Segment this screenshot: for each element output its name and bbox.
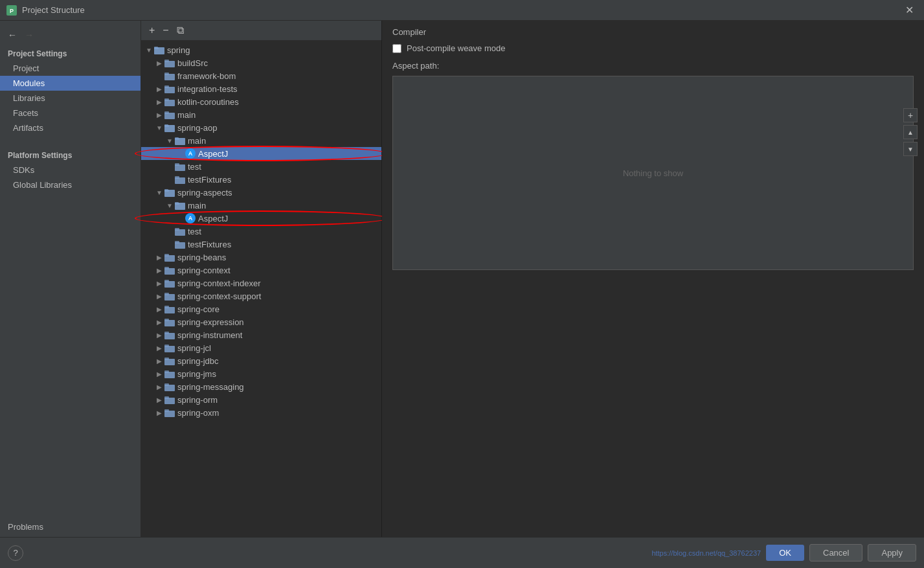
tree-item[interactable]: ▶ buildSrc bbox=[141, 56, 381, 69]
svg-rect-32 bbox=[175, 228, 179, 231]
tree-item[interactable]: AAspectJ bbox=[141, 212, 381, 225]
tree-item[interactable]: ▼ spring-aop bbox=[141, 121, 381, 134]
ok-button[interactable]: OK bbox=[766, 545, 804, 561]
back-button[interactable]: ← bbox=[5, 28, 19, 41]
folder-icon bbox=[164, 71, 175, 81]
tree-item[interactable]: ▶ spring-jms bbox=[141, 367, 381, 380]
svg-rect-12 bbox=[164, 98, 169, 101]
title-bar: P Project Structure ✕ bbox=[0, 0, 924, 21]
tree-item[interactable]: ▶ spring-expression bbox=[141, 315, 381, 328]
remove-module-button[interactable]: − bbox=[160, 23, 171, 38]
tree-item-label: spring-aspects bbox=[177, 188, 379, 198]
folder-icon bbox=[175, 161, 185, 172]
cancel-button[interactable]: Cancel bbox=[809, 544, 862, 562]
tree-item[interactable]: ▶ spring-context bbox=[141, 264, 381, 277]
tree-arrow: ▼ bbox=[154, 187, 164, 198]
tree-item[interactable]: ▶ main bbox=[141, 108, 381, 121]
tree-item[interactable]: ▶ spring-context-support bbox=[141, 290, 381, 302]
folder-icon bbox=[164, 122, 175, 133]
folder-icon bbox=[175, 174, 185, 185]
add-module-button[interactable]: + bbox=[146, 23, 157, 38]
sidebar: ← → Project Settings Project Modules Lib… bbox=[0, 21, 141, 537]
tree-item[interactable]: testFixtures bbox=[141, 238, 381, 251]
svg-rect-4 bbox=[154, 47, 158, 49]
tree-arrow: ▶ bbox=[154, 407, 164, 418]
bottom-left: ? bbox=[8, 545, 23, 561]
sidebar-item-global-libraries[interactable]: Global Libraries bbox=[0, 177, 141, 192]
svg-rect-36 bbox=[164, 254, 169, 256]
tree-item[interactable]: ▶ spring-context-indexer bbox=[141, 277, 381, 290]
sidebar-item-libraries[interactable]: Libraries bbox=[0, 91, 141, 106]
svg-rect-56 bbox=[164, 383, 169, 386]
sidebar-item-facets[interactable]: Facets bbox=[0, 106, 141, 120]
tree-item[interactable]: ▶ spring-messaging bbox=[141, 380, 381, 393]
tree-arrow: ▶ bbox=[154, 291, 164, 301]
tree-item-label: kotlin-coroutines bbox=[177, 97, 379, 107]
sidebar-item-project[interactable]: Project bbox=[0, 61, 141, 76]
module-tree[interactable]: ▼ spring▶ buildSrc framework-bom▶ integr… bbox=[141, 41, 381, 537]
tree-item-label: spring-context-support bbox=[177, 291, 379, 301]
tree-item[interactable]: ▼ spring-aspects bbox=[141, 186, 381, 199]
svg-rect-44 bbox=[164, 306, 169, 308]
tree-item[interactable]: framework-bom bbox=[141, 69, 381, 82]
sidebar-item-modules[interactable]: Modules bbox=[0, 76, 141, 91]
aspect-path-label: Aspect path: bbox=[392, 61, 914, 71]
sidebar-item-sdks[interactable]: SDKs bbox=[0, 163, 141, 177]
tree-arrow: ▶ bbox=[154, 369, 164, 379]
tree-item[interactable]: ▶ spring-orm bbox=[141, 393, 381, 406]
tree-item[interactable]: test bbox=[141, 160, 381, 173]
tree-item-label: spring-messaging bbox=[177, 382, 379, 392]
folder-icon bbox=[164, 330, 175, 340]
tree-item[interactable]: ▶ spring-instrument bbox=[141, 328, 381, 341]
tree-item[interactable]: ▶ spring-jdbc bbox=[141, 354, 381, 367]
close-button[interactable]: ✕ bbox=[901, 3, 918, 17]
svg-rect-48 bbox=[164, 332, 169, 334]
help-button[interactable]: ? bbox=[8, 545, 23, 561]
tree-item[interactable]: ▶ spring-jcl bbox=[141, 341, 381, 354]
tree-arrow: ▶ bbox=[154, 330, 164, 340]
scroll-down-button[interactable]: ▼ bbox=[903, 142, 918, 156]
tree-item-label: spring-context bbox=[177, 266, 379, 275]
tree-arrow: ▶ bbox=[154, 109, 164, 120]
tree-arrow: ▼ bbox=[164, 135, 175, 146]
folder-icon bbox=[175, 239, 185, 249]
forward-button[interactable]: → bbox=[22, 28, 36, 41]
folder-icon bbox=[164, 97, 175, 107]
copy-module-button[interactable]: ⧉ bbox=[174, 23, 186, 38]
right-panel-buttons: + ▲ ▼ bbox=[903, 108, 918, 156]
tree-item[interactable]: ▶ spring-beans bbox=[141, 251, 381, 264]
tree-item[interactable]: ▶ kotlin-coroutines bbox=[141, 95, 381, 108]
tree-item-label: AspectJ bbox=[198, 214, 379, 223]
nothing-to-show-text: Nothing to show bbox=[623, 168, 683, 178]
post-compile-checkbox[interactable] bbox=[392, 44, 401, 53]
window-title: Project Structure bbox=[22, 5, 901, 15]
tree-item-label: test bbox=[188, 162, 379, 172]
sidebar-item-artifacts[interactable]: Artifacts bbox=[0, 120, 141, 135]
tree-item[interactable]: ▶ spring-oxm bbox=[141, 406, 381, 419]
apply-button[interactable]: Apply bbox=[868, 544, 916, 562]
tree-item[interactable]: ▶ integration-tests bbox=[141, 82, 381, 95]
tree-item[interactable]: AAspectJ bbox=[141, 147, 381, 160]
tree-item-label: AspectJ bbox=[198, 149, 379, 159]
tree-item[interactable]: ▼ main bbox=[141, 134, 381, 147]
post-compile-row: Post-compile weave mode bbox=[392, 43, 914, 53]
tree-item[interactable]: ▼ spring bbox=[141, 43, 381, 56]
platform-settings-title: Platform Settings bbox=[0, 146, 141, 163]
sidebar-item-problems[interactable]: Problems bbox=[0, 517, 141, 537]
project-settings-title: Project Settings bbox=[0, 44, 141, 61]
post-compile-label[interactable]: Post-compile weave mode bbox=[407, 43, 505, 53]
folder-icon bbox=[164, 278, 175, 288]
url-bar: https://blog.csdn.net/qq_38762237 bbox=[651, 549, 761, 557]
tree-arrow: ▶ bbox=[154, 394, 164, 405]
tree-item[interactable]: ▼ main bbox=[141, 199, 381, 212]
tree-item[interactable]: test bbox=[141, 225, 381, 238]
tree-item-label: spring bbox=[167, 45, 379, 55]
add-path-button[interactable]: + bbox=[903, 108, 918, 122]
tree-item[interactable]: testFixtures bbox=[141, 173, 381, 186]
tree-item-label: buildSrc bbox=[177, 58, 379, 68]
window-icon: P bbox=[6, 5, 17, 16]
folder-icon bbox=[164, 394, 175, 405]
scroll-up-button[interactable]: ▲ bbox=[903, 125, 918, 139]
folder-icon bbox=[154, 45, 164, 55]
tree-item[interactable]: ▶ spring-core bbox=[141, 302, 381, 315]
